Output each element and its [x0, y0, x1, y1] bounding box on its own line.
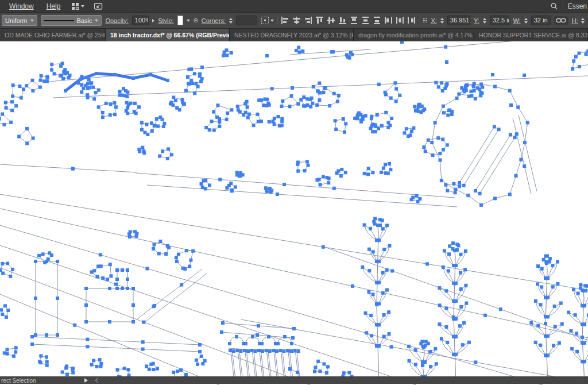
menu-window[interactable]: Window: [3, 2, 40, 10]
opacity-input[interactable]: 100%: [132, 16, 149, 25]
search-icon[interactable]: [550, 2, 558, 10]
tab-label: HONOR SUPPORT SERVICE.ai @ 8.33% (CMY: [479, 32, 588, 38]
transform-type-select[interactable]: Uniform: [2, 15, 37, 26]
chevron-down-icon: [270, 20, 274, 22]
corners-label[interactable]: Corners:: [202, 17, 226, 24]
distribute-vertical-center-icon[interactable]: [361, 16, 370, 25]
distribute-left-icon[interactable]: [384, 16, 393, 25]
y-input[interactable]: 32.5 in: [490, 16, 510, 25]
tab-label: OD MADE OHIO FARMER.ai* @ 25% (RGB/…: [5, 32, 106, 38]
h-stepper[interactable]: [581, 18, 585, 24]
color-wheel-icon[interactable]: [194, 16, 198, 25]
arrange-documents-icon[interactable]: [90, 2, 107, 10]
y-stepper[interactable]: [483, 18, 486, 24]
x-input[interactable]: 36.9514 in: [447, 16, 470, 25]
grid-icon: [71, 2, 79, 10]
tab-18-inch-tractor[interactable]: 18 inch tractor.dxf* @ 66.67% (RGB/Previ…: [106, 29, 230, 41]
workspace-switcher-icon[interactable]: [67, 2, 88, 10]
align-center-horizontal-icon[interactable]: [292, 16, 301, 25]
tab-label: NESTED DRAGONFLY 2023.ai* @ 3.12% (RG…: [234, 32, 354, 38]
constrain-proportions-toggle[interactable]: [554, 16, 568, 25]
chevron-down-icon: [30, 20, 34, 22]
w-stepper[interactable]: [524, 18, 528, 24]
h-label[interactable]: H:: [571, 17, 578, 24]
distribute-top-icon[interactable]: [350, 16, 358, 25]
canvas[interactable]: [0, 41, 588, 385]
transform-type-value: Uniform: [5, 17, 28, 24]
x-stepper[interactable]: [440, 18, 444, 24]
reference-point-icon[interactable]: [423, 16, 427, 25]
chevron-down-icon: [95, 20, 98, 22]
style-swatch[interactable]: [177, 16, 183, 25]
status-tool-label: rect Selection: [1, 378, 36, 384]
workspace-label[interactable]: Essen: [568, 2, 587, 10]
control-bar: Uniform Basic Opacity: 100% Style: Corne…: [0, 13, 588, 29]
w-input[interactable]: 32 in: [531, 16, 551, 25]
stroke-preview: [44, 20, 74, 21]
chevron-down-icon: [81, 5, 84, 7]
style-label[interactable]: Style:: [158, 17, 174, 24]
opacity-label[interactable]: Opacity:: [105, 17, 128, 24]
link-icon: [556, 17, 566, 24]
stroke-style-value: Basic: [77, 17, 92, 24]
status-bar: rect Selection: [0, 376, 588, 384]
corners-input[interactable]: [236, 16, 257, 25]
align-bottom-icon[interactable]: [338, 16, 347, 25]
corners-stepper[interactable]: [229, 18, 233, 24]
divider: [563, 2, 563, 10]
chevron-down-icon[interactable]: [187, 20, 190, 22]
select-similar-button[interactable]: [261, 16, 274, 25]
align-left-icon[interactable]: [281, 16, 289, 25]
tab-label: 18 inch tractor.dxf* @ 66.67% (RGB/Previ…: [110, 32, 230, 38]
chevron-right-icon[interactable]: [152, 19, 154, 22]
chevron-left-icon[interactable]: [95, 378, 99, 383]
menu-help[interactable]: Help: [41, 2, 67, 10]
align-right-icon[interactable]: [304, 16, 312, 25]
align-top-icon[interactable]: [315, 16, 324, 25]
align-group: [281, 16, 416, 25]
x-label[interactable]: X:: [431, 17, 436, 24]
stroke-style-select[interactable]: Basic: [41, 15, 102, 26]
distribute-horizontal-center-icon[interactable]: [396, 16, 404, 25]
menu-bar: Window Help Essen: [0, 0, 588, 13]
tab-dragonfly-proofs[interactable]: dragon fly modification proofs.ai* @ 4.1…: [354, 29, 474, 41]
tab-nested-dragonfly[interactable]: NESTED DRAGONFLY 2023.ai* @ 3.12% (RG… ×: [230, 29, 354, 41]
y-label[interactable]: Y:: [474, 17, 479, 24]
align-center-vertical-icon[interactable]: [327, 16, 335, 25]
select-similar-icon: [261, 16, 269, 25]
tab-honor-support-service[interactable]: HONOR SUPPORT SERVICE.ai @ 8.33% (CMY: [474, 29, 588, 41]
distribute-bottom-icon[interactable]: [373, 16, 381, 25]
play-arrow-icon[interactable]: [84, 378, 88, 383]
divider: [277, 17, 278, 25]
w-label[interactable]: W:: [513, 17, 520, 24]
artwork-svg: [0, 41, 588, 385]
document-tabs: OD MADE OHIO FARMER.ai* @ 25% (RGB/… × 1…: [0, 29, 588, 41]
tab-ohio-farmer[interactable]: OD MADE OHIO FARMER.ai* @ 25% (RGB/… ×: [0, 29, 106, 41]
distribute-right-icon[interactable]: [407, 16, 416, 25]
tab-label: dragon fly modification proofs.ai* @ 4.1…: [358, 32, 474, 38]
